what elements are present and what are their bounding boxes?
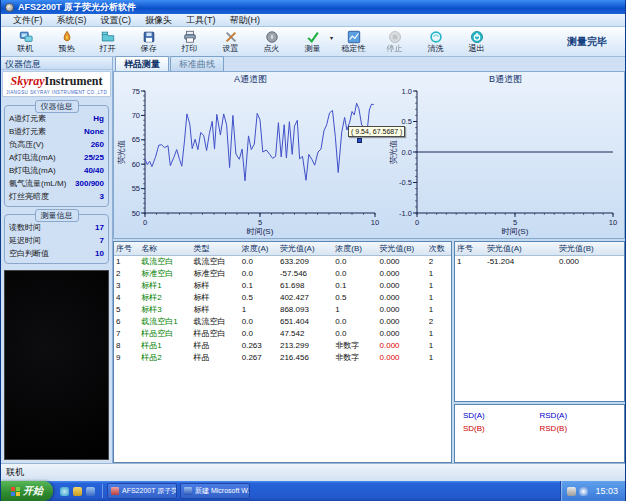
logo-brand-red: Skyray <box>10 74 44 88</box>
measure-button[interactable]: 测量▾ <box>292 28 333 56</box>
table-cell: -51.204 <box>485 256 557 268</box>
stability-icon <box>347 30 361 44</box>
toolbar-button-label: 打开 <box>100 44 116 53</box>
field-value: 17 <box>95 221 104 234</box>
table-cell: 0.000 <box>378 304 427 316</box>
column-header[interactable]: 浓度(B) <box>333 242 377 256</box>
toolbar-button-label: 联机 <box>18 44 34 53</box>
clean-button[interactable]: 清洗 <box>415 28 456 56</box>
table-row[interactable]: 7样品空白样品空白0.047.5420.00.0001 <box>114 328 451 340</box>
field-label: A道灯元素 <box>9 112 46 125</box>
tray-icon-2[interactable] <box>579 487 588 496</box>
column-header[interactable]: 次数 <box>427 242 451 256</box>
system-tray: 15:03 <box>560 481 625 501</box>
field-value: 40/40 <box>84 164 104 177</box>
column-header[interactable]: 名称 <box>139 242 191 256</box>
tray-icon-1[interactable] <box>567 487 576 496</box>
task-label: 新建 Microsoft W... <box>195 486 250 496</box>
stop-icon <box>388 30 402 44</box>
table-cell: 0.000 <box>378 280 427 292</box>
save-button[interactable]: 保存 <box>128 28 169 56</box>
table-cell: 0.1 <box>333 280 377 292</box>
menu-settings[interactable]: 设置(C) <box>95 14 138 27</box>
window-title: AFS2200T 原子荧光分析软件 <box>18 1 136 14</box>
menu-system[interactable]: 系统(S) <box>51 14 93 27</box>
field-value: 3 <box>100 190 104 203</box>
chart-b-canvas[interactable]: 0510-1.0-0.50.00.51.0时间(S)荧光值 <box>387 85 623 237</box>
field-row: 延迟时间7 <box>9 234 104 247</box>
preheat-button[interactable]: 预热 <box>46 28 87 56</box>
table-row[interactable]: 9样品2样品0.267216.456非数字0.0001 <box>114 352 451 364</box>
menu-camera[interactable]: 摄像头 <box>139 14 178 27</box>
table-cell: 0.0 <box>240 316 278 328</box>
svg-text:10: 10 <box>371 218 379 227</box>
logo-subtext: JIANGSU SKYRAY INSTRUMENT CO.,LTD <box>5 90 108 95</box>
column-header[interactable]: 荧光值(A) <box>278 242 333 256</box>
menu-tools[interactable]: 工具(T) <box>180 14 222 27</box>
ignite-button[interactable]: 点火 <box>251 28 292 56</box>
table-row[interactable]: 1载流空白载流空白0.0633.2090.00.0002 <box>114 256 451 268</box>
table-row[interactable]: 6载流空白1载流空白0.0651.4040.00.0002 <box>114 316 451 328</box>
open-icon <box>101 30 115 44</box>
chart-a-canvas[interactable]: 0510505560657075时间(S)荧光值 <box>115 85 385 237</box>
table-cell: 0.000 <box>378 352 427 364</box>
sidebar-caption: 仪器信息 <box>1 57 112 70</box>
logo-brand-black: Instrument <box>44 74 102 88</box>
table-cell: 0.1 <box>240 280 278 292</box>
table-row[interactable]: 5标样3标样1868.09310.0001 <box>114 304 451 316</box>
exit-button[interactable]: 退出 <box>456 28 497 56</box>
task-word[interactable]: 新建 Microsoft W... <box>180 483 250 499</box>
column-header[interactable]: 荧光值(B) <box>557 242 624 256</box>
toolbar-button-label: 打印 <box>182 44 198 53</box>
ignite-icon <box>265 30 279 44</box>
quicklaunch-icon-1[interactable] <box>60 487 69 496</box>
menu-bar: 文件(F)系统(S)设置(C)摄像头工具(T)帮助(H) <box>1 14 625 27</box>
column-header[interactable]: 类型 <box>191 242 239 256</box>
table-row[interactable]: 8样品1样品0.263213.299非数字0.0001 <box>114 340 451 352</box>
menu-file[interactable]: 文件(F) <box>7 14 49 27</box>
column-header[interactable]: 浓度(A) <box>240 242 278 256</box>
save-icon <box>142 30 156 44</box>
table-row[interactable]: 4标样2标样0.5402.4270.50.0001 <box>114 292 451 304</box>
field-value: 7 <box>100 234 104 247</box>
field-row: B道灯元素None <box>9 125 104 138</box>
tab-strip: 样品测量标准曲线 <box>113 57 625 71</box>
quicklaunch-icon-2[interactable] <box>73 487 82 496</box>
column-header[interactable]: 荧光值(B) <box>378 242 427 256</box>
skyray-logo: SkyrayInstrument JIANGSU SKYRAY INSTRUME… <box>2 71 111 97</box>
table-cell: 2 <box>427 256 451 268</box>
quicklaunch-icon-3[interactable] <box>86 487 95 496</box>
table-cell: 1 <box>427 352 451 364</box>
print-button[interactable]: 打印 <box>169 28 210 56</box>
field-label: 读数时间 <box>9 221 41 234</box>
table-cell: 1 <box>114 256 139 268</box>
table-row[interactable]: 2标准空白标准空白0.0-57.5460.00.0001 <box>114 268 451 280</box>
tab-standard-curve[interactable]: 标准曲线 <box>170 56 224 71</box>
connect-button[interactable]: 联机 <box>5 28 46 56</box>
column-header[interactable]: 序号 <box>455 242 485 256</box>
table-cell: 1 <box>427 280 451 292</box>
table-cell: 4 <box>114 292 139 304</box>
group-title: 测量信息 <box>35 209 79 222</box>
column-header[interactable]: 序号 <box>114 242 139 256</box>
stability-button[interactable]: 稳定性 <box>333 28 374 56</box>
stop-button: 停止 <box>374 28 415 56</box>
svg-text:60: 60 <box>132 160 140 169</box>
tab-sample-measure[interactable]: 样品测量 <box>115 56 169 71</box>
table-row[interactable]: 3标样1标样0.161.6980.10.0001 <box>114 280 451 292</box>
column-header[interactable]: 荧光值(A) <box>485 242 557 256</box>
table-cell: 0.5 <box>240 292 278 304</box>
table-row[interactable]: 1-51.2040.000 <box>455 256 624 268</box>
task-afs[interactable]: AFS2200T 原子荧光 <box>107 483 177 499</box>
table-cell: 0.0 <box>240 256 278 268</box>
field-label: 灯丝亮暗度 <box>9 190 49 203</box>
toolbar-button-label: 停止 <box>387 44 403 53</box>
open-button[interactable]: 打开 <box>87 28 128 56</box>
start-button[interactable]: 开始 <box>1 481 53 501</box>
table-cell: 6 <box>114 316 139 328</box>
menu-help[interactable]: 帮助(H) <box>224 14 267 27</box>
clean-icon <box>429 30 443 44</box>
task-label: AFS2200T 原子荧光 <box>122 486 177 496</box>
setup-button[interactable]: 设置 <box>210 28 251 56</box>
table-cell: 2 <box>427 316 451 328</box>
